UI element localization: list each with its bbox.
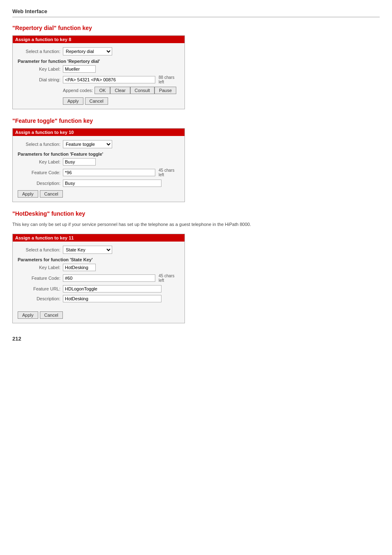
clear-button[interactable]: Clear <box>110 87 130 94</box>
description-row-3: Description: <box>18 295 180 302</box>
append-codes-row: Append codes: OK Clear Consult Pause <box>63 87 180 94</box>
key-label-label-1: Key Label: <box>18 67 63 71</box>
feature-code-chars-left-2: 45 chars left <box>159 168 180 177</box>
select-function-label-2: Select a function: <box>18 142 63 147</box>
ok-button[interactable]: OK <box>95 87 110 94</box>
description-input-3[interactable] <box>63 295 161 302</box>
page-number: 212 <box>12 336 380 342</box>
header-label: Web Interface <box>12 8 47 14</box>
feature-url-label-3: Feature URL: <box>18 286 63 291</box>
feature-code-input-3[interactable] <box>63 274 155 282</box>
description-label-3: Description: <box>18 296 63 301</box>
feature-url-input-3[interactable] <box>63 285 161 292</box>
key-label-row-2: Key Label: <box>18 158 180 166</box>
assign-box-1-header: Assign a function to key 8 <box>13 36 184 43</box>
feature-code-chars-left-3: 45 chars left <box>159 274 180 283</box>
dial-string-label: Dial string: <box>18 77 63 82</box>
dial-string-input[interactable] <box>63 76 155 83</box>
apply-cancel-row-2: Apply Cancel <box>18 190 180 198</box>
select-function-dropdown-3[interactable]: State Key <box>63 246 112 254</box>
key-label-input-3[interactable] <box>63 264 96 271</box>
assign-box-3-header: Assign a function to key 11 <box>13 234 184 242</box>
select-function-row-1: Select a function: Repertory dial <box>18 47 180 55</box>
dial-string-row: Dial string: 88 chars left <box>18 75 180 84</box>
pause-button[interactable]: Pause <box>154 87 176 94</box>
key-label-label-3: Key Label: <box>18 265 63 270</box>
apply-cancel-row-3: Apply Cancel <box>18 311 180 319</box>
select-function-dropdown-1[interactable]: Repertory dial <box>63 47 112 55</box>
feature-url-row-3: Feature URL: <box>18 285 180 292</box>
assign-box-2: Assign a function to key 10 Select a fun… <box>12 128 185 202</box>
section2-title: "Feature toggle" function key <box>12 117 380 124</box>
feature-code-row-2: Feature Code: 45 chars left <box>18 168 180 177</box>
assign-box-1: Assign a function to key 8 Select a func… <box>12 35 185 109</box>
select-function-row-2: Select a function: Feature toggle <box>18 140 180 148</box>
description-row-2: Description: <box>18 180 180 187</box>
select-function-dropdown-2[interactable]: Feature toggle <box>63 140 112 148</box>
param-label-3: Parameters for function 'State Key' <box>18 257 180 262</box>
description-label-2: Description: <box>18 181 63 186</box>
key-label-label-2: Key Label: <box>18 159 63 164</box>
key-label-input-2[interactable] <box>63 158 96 166</box>
section1-title: "Repertory dial" function key <box>12 25 380 31</box>
feature-code-label-2: Feature Code: <box>18 170 63 175</box>
section-feature-toggle: "Feature toggle" function key Assign a f… <box>12 117 380 202</box>
cancel-button-1[interactable]: Cancel <box>85 97 108 105</box>
apply-button-3[interactable]: Apply <box>18 311 38 319</box>
hotdesking-description: This key can only be set up if your serv… <box>12 221 380 228</box>
key-label-row-3: Key Label: <box>18 264 180 271</box>
section-hotdesking: "HotDesking" function key This key can o… <box>12 210 380 323</box>
feature-code-input-2[interactable] <box>63 169 155 176</box>
apply-button-2[interactable]: Apply <box>18 190 38 198</box>
key-label-input-1[interactable] <box>63 65 96 73</box>
apply-button-1[interactable]: Apply <box>63 97 83 105</box>
section-repertory-dial: "Repertory dial" function key Assign a f… <box>12 25 380 109</box>
description-input-2[interactable] <box>63 180 161 187</box>
append-codes-label: Append codes: <box>63 88 93 93</box>
dial-string-chars-left: 88 chars left <box>159 75 180 84</box>
assign-box-2-header: Assign a function to key 10 <box>13 129 184 136</box>
feature-code-row-3: Feature Code: 45 chars left <box>18 274 180 283</box>
cancel-button-3[interactable]: Cancel <box>40 311 63 319</box>
select-function-label-3: Select a function: <box>18 247 63 252</box>
consult-button[interactable]: Consult <box>130 87 154 94</box>
section3-title: "HotDesking" function key <box>12 210 380 217</box>
cancel-button-2[interactable]: Cancel <box>40 190 63 198</box>
select-function-row-3: Select a function: State Key <box>18 246 180 254</box>
assign-box-3: Assign a function to key 11 Select a fun… <box>12 234 185 323</box>
param-label-1: Parameter for function 'Repertory dial' <box>18 59 180 64</box>
feature-code-label-3: Feature Code: <box>18 276 63 281</box>
page-header: Web Interface <box>12 8 380 17</box>
apply-cancel-row-1: Apply Cancel <box>63 97 180 105</box>
select-function-label-1: Select a function: <box>18 49 63 54</box>
param-label-2: Parameters for function 'Feature toggle' <box>18 152 180 157</box>
key-label-row-1: Key Label: <box>18 65 180 73</box>
